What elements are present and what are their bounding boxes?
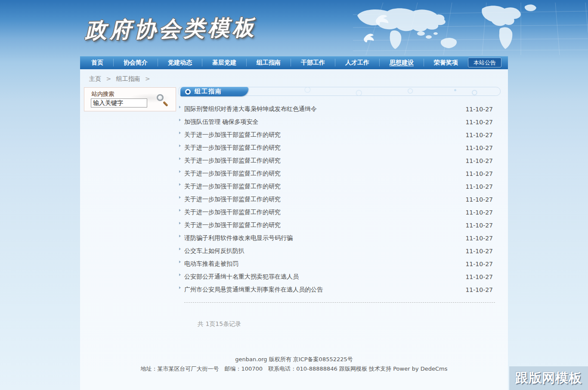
- article-date: 11-10-27: [465, 157, 501, 164]
- article-title[interactable]: 广州市公安局悬赏通缉重大刑事案件在逃人员的公告: [184, 286, 323, 294]
- article-title[interactable]: 关于进一步加强干部监督工作的研究: [184, 131, 281, 139]
- article-date: 11-10-27: [465, 106, 501, 113]
- article-row[interactable]: 国际刑警组织对香港大毒枭钟坤成发布红色通缉令 11-10-27: [179, 103, 501, 116]
- article-date: 11-10-27: [465, 248, 501, 255]
- search-label: 站内搜索: [92, 90, 114, 98]
- magnifier-glass: [157, 94, 164, 101]
- bullet-arrow-icon: [179, 170, 181, 173]
- article-row[interactable]: 关于进一步加强干部监督工作的研究 11-10-27: [179, 193, 501, 206]
- article-row[interactable]: 关于进一步加强干部监督工作的研究 11-10-27: [179, 154, 501, 167]
- article-title[interactable]: 电动车推着走被扣罚: [184, 260, 238, 268]
- nav-item[interactable]: 荣誉奖项: [424, 59, 468, 66]
- dashed-divider: [184, 302, 495, 303]
- bullet-arrow-icon: [179, 248, 181, 250]
- article-row[interactable]: 谨防骗子利用软件修改来电显示号码行骗 11-10-27: [179, 232, 501, 245]
- article-row[interactable]: 关于进一步加强干部监督工作的研究 11-10-27: [179, 206, 501, 219]
- article-title[interactable]: 国际刑警组织对香港大毒枭钟坤成发布红色通缉令: [184, 105, 317, 113]
- breadcrumb: 主页 > 组工指南 >: [89, 75, 153, 83]
- article-row[interactable]: 关于进一步加强干部监督工作的研究 11-10-27: [179, 180, 501, 193]
- template-watermark: 跟版网模板: [509, 366, 588, 390]
- article-date: 11-10-27: [465, 170, 501, 177]
- article-title[interactable]: 加强队伍管理 确保多项安全: [184, 118, 258, 126]
- article-row[interactable]: 公安部公开通缉十名重大拐卖犯罪在逃人员 11-10-27: [179, 270, 501, 283]
- bullet-arrow-icon: [179, 144, 181, 147]
- article-date: 11-10-27: [465, 183, 501, 190]
- nav-item[interactable]: 人才工作: [335, 59, 379, 66]
- magnifier-handle: [163, 101, 168, 107]
- article-title[interactable]: 关于进一步加强干部监督工作的研究: [184, 221, 281, 229]
- article-title[interactable]: 关于进一步加强干部监督工作的研究: [184, 144, 281, 152]
- section-header-bar: 组工指南: [179, 87, 501, 96]
- article-title[interactable]: 谨防骗子利用软件修改来电显示号码行骗: [184, 234, 293, 242]
- bullet-arrow-icon: [179, 196, 181, 199]
- article-row[interactable]: 加强队伍管理 确保多项安全 11-10-27: [179, 116, 501, 129]
- article-row[interactable]: 公交车上如何反扒防扒 11-10-27: [179, 245, 501, 258]
- footer-copyright: genban.org 版权所有 京ICP备案08552225号: [80, 355, 508, 364]
- article-row[interactable]: 关于进一步加强干部监督工作的研究 11-10-27: [179, 219, 501, 232]
- nav-item[interactable]: 干部工作: [291, 59, 335, 66]
- article-title[interactable]: 关于进一步加强干部监督工作的研究: [184, 157, 281, 165]
- bullet-arrow-icon: [179, 119, 181, 121]
- article-date: 11-10-27: [465, 261, 501, 267]
- main-navigation: 首页 协会简介 党建动态 基层党建 组工指南 干部工作 人才工作 思想建设 荣誉…: [80, 56, 508, 69]
- bullet-arrow-icon: [179, 222, 181, 224]
- bullet-arrow-icon: [179, 157, 181, 160]
- bullet-arrow-icon: [179, 286, 181, 289]
- site-notice-button[interactable]: 本站公告: [468, 58, 501, 68]
- bullet-arrow-icon: [179, 106, 181, 108]
- article-title[interactable]: 关于进一步加强干部监督工作的研究: [184, 183, 281, 190]
- article-date: 11-10-27: [465, 196, 501, 203]
- article-row[interactable]: 关于进一步加强干部监督工作的研究 11-10-27: [179, 167, 501, 180]
- article-row[interactable]: 广州市公安局悬赏通缉重大刑事案件在逃人员的公告 11-10-27: [179, 283, 501, 296]
- article-date: 11-10-27: [465, 119, 501, 126]
- article-list: 国际刑警组织对香港大毒枭钟坤成发布红色通缉令 11-10-27 加强队伍管理 确…: [179, 103, 501, 296]
- article-date: 11-10-27: [465, 235, 501, 242]
- nav-item[interactable]: 基层党建: [202, 59, 246, 66]
- page-footer: genban.org 版权所有 京ICP备案08552225号 地址：某市某区台…: [80, 355, 508, 374]
- article-date: 11-10-27: [465, 273, 501, 280]
- bullet-arrow-icon: [179, 132, 181, 134]
- site-logo: 政府协会类模板: [85, 13, 257, 45]
- footer-contact: 地址：某市某区台可厂大街一号 邮编：100700 联系电话：010-888888…: [80, 364, 508, 374]
- article-title[interactable]: 关于进一步加强干部监督工作的研究: [184, 196, 281, 203]
- section-tab: 组工指南: [180, 87, 248, 96]
- article-section: 组工指南 国际刑警组织对香港大毒枭钟坤成发布红色通缉令 11-10-27 加强队…: [179, 87, 501, 328]
- article-date: 11-10-27: [465, 286, 501, 293]
- content-wrapper: 主页 > 组工指南 > 站内搜索 组工指南: [80, 69, 508, 390]
- nav-item[interactable]: 协会简介: [113, 59, 158, 66]
- pagination-summary: 共 1页15条记录: [198, 320, 501, 328]
- nav-item[interactable]: 首页: [81, 59, 113, 66]
- section-title: 组工指南: [195, 88, 222, 95]
- article-date: 11-10-27: [465, 209, 501, 216]
- bullet-arrow-icon: [179, 235, 181, 237]
- search-icon[interactable]: [156, 93, 169, 106]
- site-search-box: 站内搜索: [84, 87, 176, 111]
- article-title[interactable]: 公安部公开通缉十名重大拐卖犯罪在逃人员: [184, 273, 299, 281]
- bullet-arrow-icon: [179, 209, 181, 212]
- article-title[interactable]: 关于进一步加强干部监督工作的研究: [184, 170, 281, 178]
- article-row[interactable]: 电动车推着走被扣罚 11-10-27: [179, 258, 501, 270]
- bullet-arrow-icon: [179, 273, 181, 276]
- article-date: 11-10-27: [465, 222, 501, 229]
- page-container: 政府协会类模板 首页 协会简介 党建动态 基层党建 组工指南 干部工作 人才工作…: [80, 0, 508, 390]
- bullet-arrow-icon: [179, 183, 181, 186]
- nav-item[interactable]: 党建动态: [158, 59, 202, 66]
- nav-item[interactable]: 思想建设: [379, 59, 424, 66]
- article-date: 11-10-27: [465, 132, 501, 138]
- article-row[interactable]: 关于进一步加强干部监督工作的研究 11-10-27: [179, 141, 501, 154]
- breadcrumb-separator: >: [106, 75, 111, 82]
- bullet-arrow-icon: [179, 261, 181, 263]
- breadcrumb-separator: >: [145, 75, 150, 82]
- breadcrumb-current[interactable]: 组工指南: [116, 75, 140, 82]
- nav-item[interactable]: 组工指南: [246, 59, 291, 66]
- search-input[interactable]: [91, 98, 147, 107]
- section-dot-icon: [185, 89, 191, 95]
- article-title[interactable]: 关于进一步加强干部监督工作的研究: [184, 209, 281, 216]
- breadcrumb-home[interactable]: 主页: [89, 75, 101, 82]
- article-row[interactable]: 关于进一步加强干部监督工作的研究 11-10-27: [179, 129, 501, 141]
- article-title[interactable]: 公交车上如何反扒防扒: [184, 247, 244, 255]
- article-date: 11-10-27: [465, 144, 501, 151]
